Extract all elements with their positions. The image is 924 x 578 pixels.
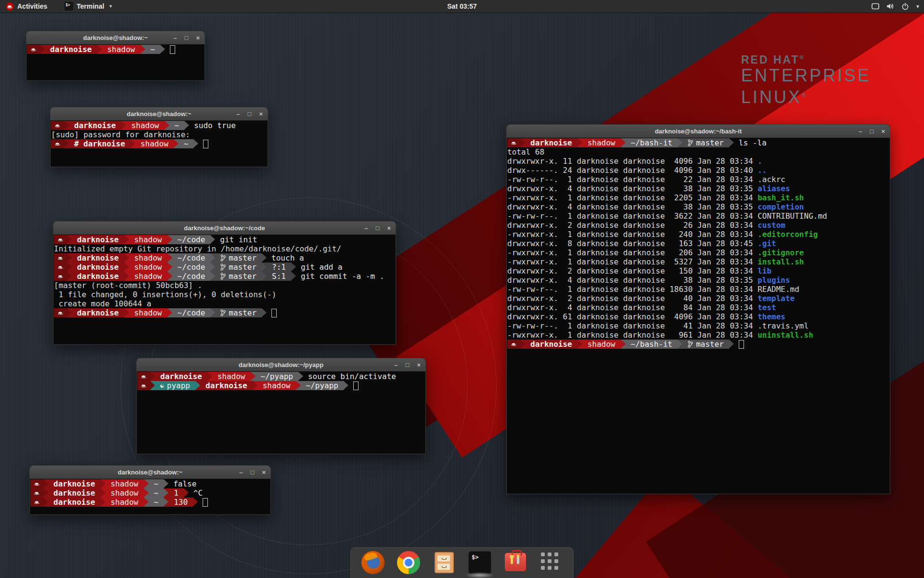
- window-titlebar[interactable]: darknoise@shadow:~/pyapp–□×: [137, 358, 425, 372]
- system-status-area[interactable]: ▼: [871, 0, 920, 13]
- prompt-segment-hat: [507, 340, 520, 349]
- minimize-button[interactable]: –: [173, 35, 177, 41]
- prompt-segment-host: shadow: [129, 253, 167, 263]
- command-text: touch a: [267, 253, 304, 263]
- toolbox-icon: [504, 551, 527, 574]
- window-titlebar[interactable]: darknoise@shadow:~/bash-it–□×: [507, 125, 890, 138]
- chrome-icon: [397, 551, 420, 574]
- dock-item-firefox[interactable]: [361, 551, 385, 575]
- redhat-icon: [57, 274, 64, 279]
- prompt-segment-path: ~: [149, 488, 164, 498]
- dock-item-toolbox[interactable]: [504, 551, 527, 575]
- powerline-separator: [167, 308, 172, 317]
- close-button[interactable]: ×: [387, 225, 391, 231]
- prompt-segment-user: darknoise: [72, 235, 124, 244]
- maximize-button[interactable]: □: [185, 35, 189, 41]
- output-line: [sudo] password for darknoise:: [51, 130, 268, 139]
- close-button[interactable]: ×: [417, 362, 421, 368]
- terminal-body[interactable]: darknoiseshadow~/codegit initInitialized…: [53, 235, 396, 344]
- maximize-button[interactable]: □: [870, 128, 874, 134]
- terminal-window-bashit[interactable]: darknoise@shadow:~/bash-it–□×darknoisesh…: [506, 124, 890, 494]
- prompt-line: darknoiseshadow~sudo true: [51, 121, 268, 130]
- terminal-window-sudo[interactable]: darknoise@shadow:~–□×darknoiseshadow~sud…: [50, 107, 268, 167]
- powerline-separator: [520, 340, 525, 349]
- terminal-body[interactable]: darknoiseshadow~: [26, 44, 205, 80]
- prompt-segment-host: shadow: [129, 272, 167, 281]
- minimize-button[interactable]: –: [394, 362, 398, 368]
- prompt-segment-path: ~/code: [172, 308, 211, 317]
- prompt-segment-host: shadow: [135, 139, 174, 148]
- prompt-line: darknoiseshadow~/bash-itmasterls -la: [507, 138, 890, 147]
- window-titlebar[interactable]: darknoise@shadow:~/code–□×: [53, 222, 396, 235]
- maximize-button[interactable]: □: [248, 111, 252, 117]
- prompt-segment-host: shadow: [582, 138, 621, 147]
- redhat-icon: [34, 481, 40, 486]
- prompt-segment-git: master: [682, 340, 729, 349]
- prompt-segment-user: darknoise: [72, 272, 124, 281]
- prompt-segment-status: S:1: [267, 272, 291, 281]
- python-icon: ☯: [160, 381, 164, 390]
- dock-item-terminal[interactable]: $>: [468, 551, 491, 575]
- terminal-cursor: [739, 340, 744, 349]
- powerline-separator: [124, 253, 129, 263]
- close-button[interactable]: ×: [196, 35, 200, 41]
- close-button[interactable]: ×: [259, 111, 263, 117]
- prompt-segment-hat: [30, 498, 43, 507]
- window-title: darknoise@shadow:~: [30, 469, 270, 476]
- ls-row: -rwxrwxr-x. 1 darknoise darknoise 206 Ja…: [507, 248, 890, 257]
- activities-button[interactable]: Activities: [0, 0, 53, 13]
- file-name: README.md: [757, 285, 799, 294]
- prompt-segment-path: ~/pyapp: [256, 372, 298, 381]
- terminal-app-icon: $>: [64, 2, 73, 11]
- terminal-window-exitcodes[interactable]: darknoise@shadow:~–□×darknoiseshadow~fal…: [29, 465, 271, 515]
- powerline-separator: [296, 381, 301, 390]
- ls-row: -rw-rw-r--. 1 darknoise darknoise 41 Jan…: [507, 321, 890, 330]
- prompt-segment-user: darknoise: [48, 498, 101, 507]
- minimize-button[interactable]: –: [236, 111, 240, 117]
- command-text: git commit -a -m .: [296, 272, 384, 281]
- terminal-body[interactable]: darknoiseshadow~/pyappsource bin/activat…: [137, 371, 425, 454]
- clock[interactable]: Sat 03:57: [447, 2, 476, 10]
- ls-row: -rwxrwxr-x. 1 darknoise darknoise 240 Ja…: [507, 230, 890, 239]
- dock-item-app-grid[interactable]: [539, 551, 563, 575]
- terminal-window-home[interactable]: darknoise@shadow:~–□×darknoiseshadow~: [26, 31, 205, 81]
- prompt-segment-hat: [30, 488, 43, 498]
- running-app-glow: [465, 572, 494, 578]
- file-name: install.sh: [757, 257, 804, 266]
- minimize-button[interactable]: –: [239, 469, 243, 475]
- terminal-window-pyapp[interactable]: darknoise@shadow:~/pyapp–□×darknoiseshad…: [136, 358, 426, 454]
- close-button[interactable]: ×: [881, 128, 885, 134]
- redhat-logo-icon: [6, 2, 14, 11]
- minimize-button[interactable]: –: [364, 225, 368, 231]
- maximize-button[interactable]: □: [376, 225, 380, 231]
- command-text: git add a: [296, 263, 343, 272]
- window-titlebar[interactable]: darknoise@shadow:~–□×: [26, 31, 205, 45]
- terminal-body[interactable]: darknoiseshadow~falsedarknoiseshadow~1^C…: [30, 479, 270, 514]
- powerline-separator: [578, 340, 582, 349]
- focused-app-menu[interactable]: $> Terminal ▼: [60, 0, 117, 13]
- powerline-separator: [67, 235, 72, 244]
- powerline-separator: [164, 498, 168, 507]
- prompt-segment-git: master: [682, 138, 729, 147]
- git-branch-icon: [688, 341, 693, 348]
- prompt-segment-hat: [27, 45, 40, 54]
- window-titlebar[interactable]: darknoise@shadow:~–□×: [30, 466, 270, 479]
- terminal-window-code[interactable]: darknoise@shadow:~/code–□×darknoiseshado…: [53, 221, 396, 345]
- maximize-button[interactable]: □: [406, 362, 410, 368]
- prompt-segment-path: ~/code: [172, 235, 211, 244]
- maximize-button[interactable]: □: [251, 469, 255, 475]
- minimize-button[interactable]: –: [859, 128, 862, 134]
- terminal-body[interactable]: darknoiseshadow~sudo true[sudo] password…: [51, 120, 268, 167]
- window-titlebar[interactable]: darknoise@shadow:~–□×: [51, 107, 268, 121]
- powerline-separator: [141, 45, 145, 54]
- terminal-cursor: [271, 309, 277, 317]
- powerline-separator: [262, 272, 267, 281]
- powerline-separator: [167, 272, 172, 281]
- powerline-separator: [43, 498, 48, 507]
- terminal-body[interactable]: darknoiseshadow~/bash-itmasterls -latota…: [507, 138, 890, 494]
- close-button[interactable]: ×: [262, 469, 266, 475]
- dock-item-files[interactable]: [433, 551, 456, 575]
- dock-item-chrome[interactable]: [397, 551, 420, 575]
- powerline-separator: [184, 121, 189, 130]
- desktop-screen: RED HAT® ENTERPRISE LINUX® Activities $>…: [0, 0, 924, 578]
